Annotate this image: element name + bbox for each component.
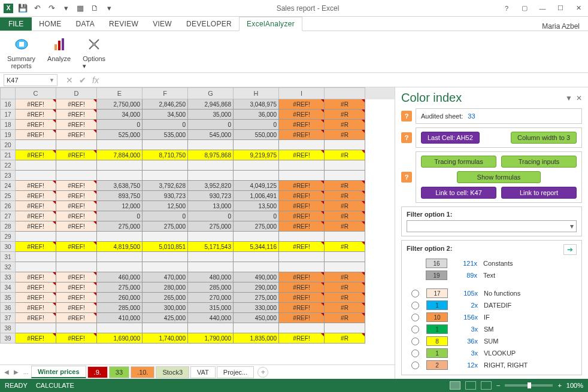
cell-ref[interactable]: #R	[325, 242, 365, 252]
cell[interactable]	[188, 262, 234, 272]
sheet-tab-winter[interactable]: Winter prices	[31, 366, 86, 378]
filter-radio[interactable]	[411, 350, 419, 357]
cell-value[interactable]: 2,945,868	[188, 99, 234, 110]
color-chip[interactable]: 1	[426, 348, 448, 358]
col-header[interactable]: E	[97, 87, 143, 99]
cell-ref[interactable]: #REF!	[56, 181, 97, 191]
cell[interactable]	[143, 140, 188, 150]
cell-value[interactable]: 275,000	[97, 221, 143, 232]
cell[interactable]	[56, 140, 97, 150]
cell-ref[interactable]: #REF!	[16, 272, 56, 282]
cell-ref[interactable]: #REF!	[279, 303, 325, 313]
cell-value[interactable]: 1,690,000	[97, 333, 143, 344]
cell-ref[interactable]: #REF!	[16, 130, 56, 140]
zoom-out-icon[interactable]: −	[496, 382, 500, 389]
color-chip[interactable]: 1	[426, 300, 448, 310]
cell-ref[interactable]: #REF!	[16, 181, 56, 191]
cell-ref[interactable]: #REF!	[279, 211, 325, 221]
link-cell-button[interactable]: Link to cell: K47	[421, 187, 496, 199]
cell[interactable]	[97, 252, 143, 262]
cell[interactable]	[234, 262, 279, 272]
cell-ref[interactable]: #REF!	[279, 242, 325, 252]
cell-value[interactable]: 275,000	[97, 282, 143, 293]
col-width-button[interactable]: Column width to 3	[511, 132, 577, 144]
summary-reports-button[interactable]: Summary reports	[4, 34, 39, 71]
cell[interactable]	[325, 232, 365, 242]
tab-excelanalyzer[interactable]: ExcelAnalyzer	[239, 17, 302, 31]
cell[interactable]	[97, 323, 143, 333]
cell-ref[interactable]: #REF!	[56, 293, 97, 303]
cell[interactable]	[234, 140, 279, 150]
row-header[interactable]: 33	[0, 272, 16, 282]
row-header[interactable]: 21	[0, 150, 16, 160]
cell-value[interactable]: 4,049,125	[234, 181, 279, 191]
cell-value[interactable]: 0	[234, 211, 279, 221]
cell-value[interactable]: 525,000	[97, 130, 143, 140]
row-header[interactable]: 35	[0, 293, 16, 303]
cell-ref[interactable]: #R	[325, 120, 365, 130]
row-header[interactable]: 34	[0, 282, 16, 293]
cell-value[interactable]: 290,000	[234, 282, 279, 293]
cell-value[interactable]: 7,884,000	[97, 150, 143, 160]
row-header[interactable]: 28	[0, 221, 16, 232]
cell-value[interactable]: 0	[97, 211, 143, 221]
help-icon[interactable]: ?	[498, 2, 515, 15]
cell-ref[interactable]: #R	[325, 272, 365, 282]
cell[interactable]	[97, 140, 143, 150]
row-header[interactable]: 19	[0, 130, 16, 140]
cell-ref[interactable]: #REF!	[279, 99, 325, 110]
sheet-tab-33[interactable]: 33	[109, 366, 129, 378]
cell-value[interactable]: 1,006,491	[234, 191, 279, 201]
cell-ref[interactable]: #R	[325, 313, 365, 323]
cell[interactable]	[56, 171, 97, 181]
view-layout-icon[interactable]	[465, 381, 476, 390]
cell[interactable]	[188, 160, 234, 171]
cell[interactable]	[234, 323, 279, 333]
user-name[interactable]: Maria Azbel	[542, 22, 588, 31]
color-chip[interactable]: 17	[426, 288, 448, 298]
cell[interactable]	[234, 171, 279, 181]
row-header[interactable]: 17	[0, 110, 16, 120]
cell-value[interactable]: 0	[143, 211, 188, 221]
cell-value[interactable]: 460,000	[97, 272, 143, 282]
row-header[interactable]: 39	[0, 333, 16, 344]
row-header[interactable]: 24	[0, 181, 16, 191]
tab-nav-next-icon[interactable]: ▶	[12, 369, 20, 375]
cell-value[interactable]: 410,000	[97, 313, 143, 323]
cell[interactable]	[143, 262, 188, 272]
cell[interactable]	[16, 171, 56, 181]
cell-value[interactable]: 34,500	[143, 110, 188, 120]
cell-value[interactable]: 270,000	[188, 293, 234, 303]
cell[interactable]	[56, 323, 97, 333]
cell-ref[interactable]: #R	[325, 181, 365, 191]
cell-value[interactable]: 3,792,628	[143, 181, 188, 191]
cell-ref[interactable]: #REF!	[279, 201, 325, 211]
help-audited[interactable]: ?	[401, 111, 412, 121]
cell-ref[interactable]: #REF!	[56, 221, 97, 232]
cell-ref[interactable]: #REF!	[56, 242, 97, 252]
cell-value[interactable]: 35,000	[188, 110, 234, 120]
cell[interactable]	[16, 323, 56, 333]
help-lastcell[interactable]: ?	[401, 132, 412, 143]
cell-value[interactable]: 0	[234, 120, 279, 130]
zoom-slider[interactable]	[505, 384, 553, 387]
cell-ref[interactable]: #REF!	[56, 211, 97, 221]
cell-ref[interactable]: #REF!	[56, 333, 97, 344]
cell[interactable]	[325, 171, 365, 181]
cell[interactable]	[56, 252, 97, 262]
cell[interactable]	[143, 323, 188, 333]
cell[interactable]	[97, 232, 143, 242]
cell-value[interactable]: 550,000	[234, 130, 279, 140]
cell[interactable]	[188, 232, 234, 242]
cell[interactable]	[97, 262, 143, 272]
link-report-button[interactable]: Link to report	[501, 187, 577, 199]
undo-icon[interactable]: ↶	[31, 2, 43, 14]
sheet-tab-vat[interactable]: VAT	[190, 366, 216, 378]
filter-radio[interactable]	[411, 290, 419, 297]
cell-value[interactable]: 930,723	[188, 191, 234, 201]
cell-ref[interactable]: #REF!	[279, 191, 325, 201]
filter-radio[interactable]	[411, 326, 419, 333]
cell-value[interactable]: 9,219,975	[234, 150, 279, 160]
tracing-formulas-button[interactable]: Tracing formulas	[421, 156, 496, 168]
row-header[interactable]: 20	[0, 140, 16, 150]
